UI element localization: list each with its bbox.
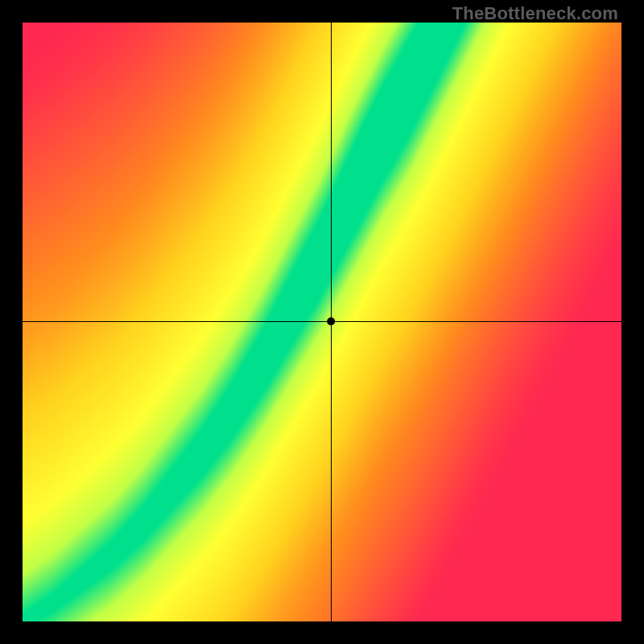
plot-area bbox=[23, 23, 621, 621]
chart-frame: TheBottleneck.com bbox=[0, 0, 644, 644]
watermark-text: TheBottleneck.com bbox=[452, 3, 618, 24]
bottleneck-heatmap bbox=[23, 23, 621, 621]
